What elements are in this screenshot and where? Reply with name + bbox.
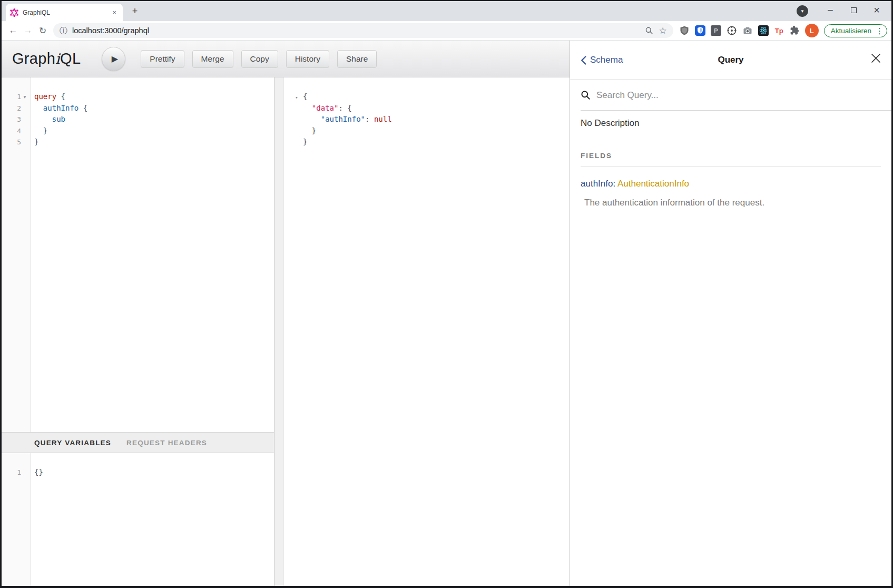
back-button[interactable]: ← bbox=[6, 23, 21, 38]
doc-explorer-header: Schema Query bbox=[570, 41, 891, 80]
play-icon: ▶ bbox=[112, 54, 118, 64]
query-editor-gutter[interactable]: 1▾2345 bbox=[2, 77, 31, 432]
graphql-favicon-icon bbox=[10, 8, 18, 17]
search-icon bbox=[581, 90, 591, 100]
variables-editor-code[interactable]: {} bbox=[31, 453, 274, 586]
code-line: "authInfo": null bbox=[290, 114, 570, 125]
code-line: } bbox=[290, 125, 570, 137]
svg-text:P: P bbox=[714, 27, 718, 34]
window-controls: – × bbox=[819, 1, 888, 19]
doc-close-button[interactable] bbox=[871, 53, 881, 65]
forward-button: → bbox=[21, 23, 35, 38]
code-line: sub bbox=[34, 114, 274, 125]
address-bar[interactable]: ⓘ localhost:3000/graphql ☆ bbox=[53, 23, 673, 38]
history-button[interactable]: History bbox=[286, 50, 329, 68]
tab-graphiql[interactable]: GraphiQL × bbox=[6, 4, 123, 21]
doc-search-bar bbox=[581, 80, 891, 111]
target-extension-icon[interactable] bbox=[725, 23, 739, 38]
extensions-puzzle-icon[interactable] bbox=[788, 23, 802, 38]
field-item-authinfo: authInfo: AuthenticationInfo bbox=[581, 179, 881, 189]
doc-title: Query bbox=[570, 55, 891, 65]
fold-arrow-icon bbox=[290, 115, 303, 126]
graphiql-app: GraphiQL ▶ Prettify Merge Copy History S… bbox=[2, 41, 891, 586]
reload-button[interactable]: ↻ bbox=[35, 23, 50, 38]
tab-close-icon[interactable]: × bbox=[110, 8, 119, 17]
type-name-link[interactable]: AuthenticationInfo bbox=[617, 179, 689, 189]
tab-query-variables[interactable]: QUERY VARIABLES bbox=[34, 439, 111, 447]
maximize-icon bbox=[851, 7, 857, 13]
minimize-button[interactable]: – bbox=[819, 2, 842, 18]
doc-search-input[interactable] bbox=[596, 90, 881, 101]
result-pane: ▾{ "data": { "authInfo": null } } bbox=[284, 77, 570, 586]
type-description: No Description bbox=[581, 118, 881, 129]
camera-extension-icon[interactable] bbox=[741, 23, 754, 38]
new-tab-button[interactable]: + bbox=[128, 4, 142, 18]
copy-button[interactable]: Copy bbox=[241, 50, 278, 68]
field-description: The authentication information of the re… bbox=[584, 198, 881, 208]
toolbar-buttons: Prettify Merge Copy History Share bbox=[141, 50, 377, 68]
page-info-icon[interactable]: ⓘ bbox=[60, 26, 67, 36]
result-viewer-code: ▾{ "data": { "authInfo": null } } bbox=[284, 77, 570, 586]
query-editor-code[interactable]: query { authInfo { sub }} bbox=[31, 77, 274, 432]
fields-section-header: FIELDS bbox=[581, 152, 881, 167]
maximize-button[interactable] bbox=[842, 2, 865, 18]
tab-search-button[interactable]: ▼ bbox=[797, 5, 808, 17]
browser-window: GraphiQL × + ▼ – × ← → ↻ ⓘ localhost:300… bbox=[0, 0, 893, 588]
browser-toolbar: ← → ↻ ⓘ localhost:3000/graphql ☆ P bbox=[2, 21, 891, 41]
code-line: } bbox=[34, 136, 274, 148]
code-line: {} bbox=[34, 467, 274, 478]
graphiql-logo: GraphiQL bbox=[12, 50, 81, 67]
fold-arrow-icon[interactable]: ▾ bbox=[290, 92, 303, 104]
variables-editor: 1 {} bbox=[2, 453, 274, 586]
fold-arrow-icon[interactable]: ▾ bbox=[21, 94, 28, 100]
profile-avatar[interactable]: L bbox=[805, 24, 819, 37]
tp-extension-icon[interactable]: Tp bbox=[772, 23, 786, 38]
code-line: } bbox=[34, 125, 274, 137]
graphiql-topbar: GraphiQL ▶ Prettify Merge Copy History S… bbox=[2, 41, 570, 77]
tab-request-headers[interactable]: REQUEST HEADERS bbox=[126, 439, 207, 447]
code-line: ▾{ bbox=[290, 91, 570, 103]
browser-menu-icon[interactable]: ⋮ bbox=[876, 27, 884, 35]
merge-button[interactable]: Merge bbox=[192, 50, 233, 68]
code-line: authInfo { bbox=[34, 103, 274, 114]
bookmark-star-icon[interactable]: ☆ bbox=[659, 25, 666, 36]
field-name-link[interactable]: authInfo bbox=[581, 179, 613, 189]
doc-content: No Description FIELDS authInfo: Authenti… bbox=[570, 118, 891, 208]
chrome-update-button[interactable]: Aktualisieren ⋮ bbox=[824, 24, 887, 37]
ublock-extension-icon[interactable] bbox=[678, 23, 691, 38]
p-extension-icon[interactable]: P bbox=[709, 23, 723, 38]
code-line: query { bbox=[34, 91, 274, 103]
code-line: "data": { bbox=[290, 103, 570, 114]
close-window-button[interactable]: × bbox=[865, 2, 888, 18]
query-pane: 1▾2345 query { authInfo { sub }} QUERY V… bbox=[2, 77, 274, 586]
query-editor: 1▾2345 query { authInfo { sub }} bbox=[2, 77, 274, 432]
tab-strip: GraphiQL × + ▼ – × bbox=[2, 1, 891, 21]
code-line: } bbox=[290, 136, 570, 148]
tab-title: GraphiQL bbox=[23, 9, 110, 16]
url-text[interactable]: localhost:3000/graphql bbox=[72, 26, 640, 35]
pane-resize-divider[interactable] bbox=[274, 77, 284, 586]
fold-arrow-icon bbox=[290, 126, 303, 138]
share-button[interactable]: Share bbox=[337, 50, 377, 68]
execute-query-button[interactable]: ▶ bbox=[102, 47, 125, 71]
fold-arrow-icon bbox=[290, 104, 303, 115]
bitwarden-extension-icon[interactable] bbox=[693, 23, 707, 38]
zoom-level-icon[interactable] bbox=[645, 26, 653, 35]
prettify-button[interactable]: Prettify bbox=[141, 50, 184, 68]
react-devtools-icon[interactable] bbox=[757, 23, 770, 38]
doc-explorer-panel: Schema Query No Description FIELDS authI… bbox=[570, 41, 891, 586]
variables-tab-bar: QUERY VARIABLES REQUEST HEADERS bbox=[2, 432, 274, 453]
fold-arrow-icon bbox=[290, 138, 303, 149]
variables-editor-gutter[interactable]: 1 bbox=[2, 453, 31, 586]
update-label: Aktualisieren bbox=[831, 27, 871, 35]
